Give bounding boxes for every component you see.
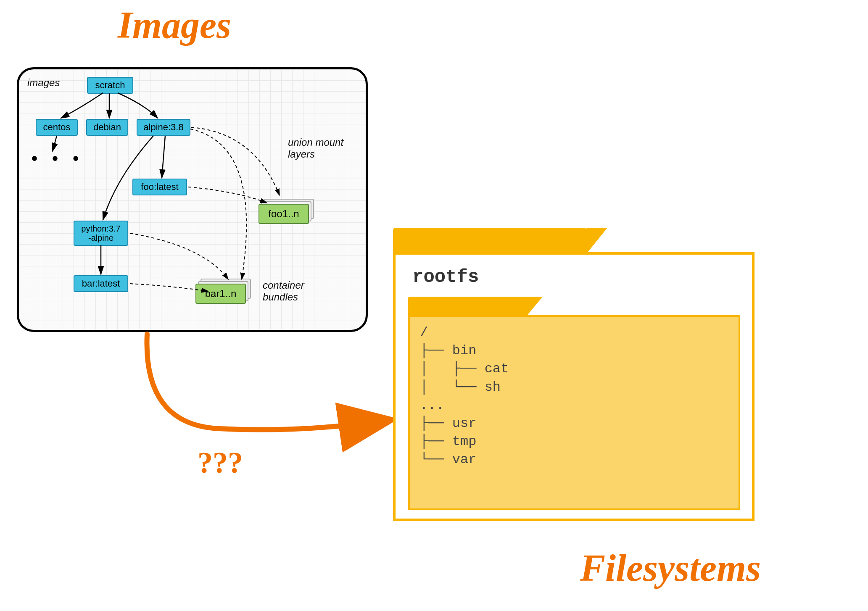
filesystem-folder: rootfs / ├── bin │ ├── cat │ └── sh ... … [393, 228, 755, 522]
folder-body-inner: / ├── bin │ ├── cat │ └── sh ... ├── usr… [408, 315, 740, 510]
rootfs-label: rootfs [412, 266, 479, 287]
node-scratch: scratch [87, 77, 133, 94]
bundle-foo-front: foo1..n [259, 204, 309, 224]
bundle-bar-front: bar1..n [195, 284, 246, 304]
bundle-bar-stack: bar1..n [195, 284, 250, 309]
title-filesystems: Filesystems [580, 546, 761, 590]
annotation-container-bundles: container bundles [263, 279, 304, 303]
folder-tab-inner [408, 297, 526, 317]
folder-tab-outer [393, 228, 586, 254]
node-foo-latest: foo:latest [132, 179, 187, 195]
images-diagram-panel: images scratch centos debian alpine:3.8 … [17, 67, 368, 332]
folder-body-outer: rootfs / ├── bin │ ├── cat │ └── sh ... … [393, 252, 755, 521]
bundle-foo-stack: foo1..n [259, 204, 313, 229]
filesystem-tree: / ├── bin │ ├── cat │ └── sh ... ├── usr… [410, 317, 739, 476]
node-centos: centos [36, 119, 78, 136]
panel-arrows [19, 69, 368, 332]
images-panel-label: images [27, 77, 60, 89]
ellipsis-icon: • • • [32, 149, 84, 168]
annotation-union-mount: union mount layers [288, 137, 343, 160]
question-marks-label: ??? [198, 445, 243, 480]
folder-inner: / ├── bin │ ├── cat │ └── sh ... ├── usr… [408, 297, 740, 511]
node-python-alpine: python:3.7 -alpine [74, 221, 128, 246]
node-debian: debian [86, 119, 128, 136]
title-images: Images [118, 3, 231, 47]
node-alpine: alpine:3.8 [137, 119, 190, 136]
node-bar-latest: bar:latest [74, 275, 128, 292]
